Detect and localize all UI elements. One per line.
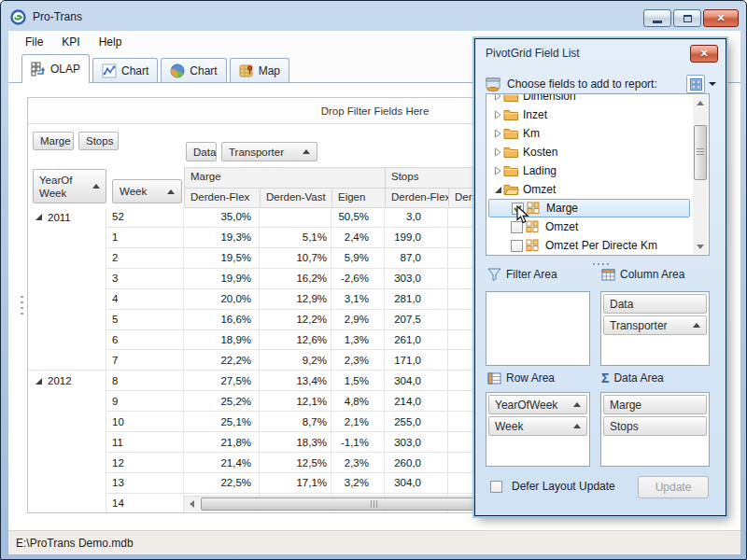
year-group-cell[interactable]: [28, 330, 106, 351]
year-group-cell[interactable]: [28, 453, 106, 473]
row-field-week[interactable]: Week: [112, 179, 182, 203]
value-cell[interactable]: 10,7%: [260, 248, 331, 269]
value-cell[interactable]: 5,1%: [260, 228, 331, 248]
value-cell[interactable]: 2,3%: [331, 453, 385, 473]
scrollbar-thumb[interactable]: [694, 125, 707, 180]
value-cell[interactable]: 3,2%: [331, 473, 385, 494]
value-cell[interactable]: 303,0: [385, 432, 448, 453]
week-cell[interactable]: 12: [106, 453, 184, 473]
value-cell[interactable]: 261,0: [385, 330, 448, 351]
value-cell[interactable]: 12,9%: [260, 289, 331, 310]
tab-chart-pie[interactable]: Chart: [161, 58, 226, 82]
col-header[interactable]: Eigen: [332, 189, 386, 208]
value-cell[interactable]: 2,1%: [331, 412, 385, 432]
value-cell[interactable]: 27,5%: [184, 371, 260, 391]
value-cell[interactable]: -2,6%: [331, 269, 385, 289]
value-cell[interactable]: 21,8%: [184, 432, 260, 453]
value-cell[interactable]: 214,0: [385, 391, 448, 412]
value-cell[interactable]: 18,9%: [184, 330, 260, 351]
value-cell[interactable]: 207,5: [385, 310, 448, 330]
value-cell[interactable]: 2,3%: [331, 350, 385, 371]
layout-selector-button[interactable]: [686, 75, 705, 93]
menu-kpi[interactable]: KPI: [52, 33, 89, 51]
field-checkbox[interactable]: [511, 240, 523, 252]
value-cell[interactable]: -1,1%: [331, 432, 385, 453]
week-cell[interactable]: 52: [106, 207, 184, 228]
tab-map[interactable]: Map: [230, 58, 289, 82]
value-cell[interactable]: 2,9%: [331, 310, 385, 330]
year-group-cell[interactable]: [28, 289, 106, 310]
column-field-transporter[interactable]: Transporter: [221, 142, 317, 161]
tab-chart-line[interactable]: Chart: [92, 58, 158, 82]
year-group-cell[interactable]: [28, 494, 106, 513]
tab-olap[interactable]: OLAP: [21, 54, 90, 83]
week-cell[interactable]: 3: [106, 269, 184, 289]
expand-arrow-icon[interactable]: [492, 166, 503, 175]
expand-arrow-icon[interactable]: [492, 93, 503, 101]
tree-item-km[interactable]: Km: [488, 124, 692, 143]
value-cell[interactable]: 199,0: [385, 228, 448, 248]
value-cell[interactable]: 13,4%: [260, 371, 331, 391]
value-cell[interactable]: 1,5%: [331, 371, 385, 391]
data-field-marge[interactable]: Marge: [33, 132, 74, 150]
value-cell[interactable]: 3,1%: [331, 289, 385, 310]
value-cell[interactable]: 16,2%: [260, 269, 331, 289]
close-button[interactable]: ✕: [703, 9, 739, 27]
year-group-cell[interactable]: 2012: [28, 371, 106, 391]
collapse-arrow-icon[interactable]: [492, 187, 503, 193]
value-cell[interactable]: 19,9%: [184, 269, 260, 289]
defer-layout-checkbox[interactable]: [490, 481, 502, 493]
area-field-week[interactable]: Week: [488, 416, 587, 436]
year-group-cell[interactable]: 2011: [28, 207, 106, 228]
year-group-cell[interactable]: [28, 228, 106, 248]
minimize-button[interactable]: [643, 9, 671, 27]
value-cell[interactable]: 20,0%: [184, 289, 260, 310]
field-list-titlebar[interactable]: PivotGrid Field List: [475, 39, 726, 67]
row-field-yearofweek[interactable]: YearOfWeek: [33, 169, 106, 203]
value-cell[interactable]: 304,0: [385, 473, 448, 494]
week-cell[interactable]: 13: [106, 473, 184, 494]
dropdown-caret-icon[interactable]: [709, 82, 716, 86]
value-cell[interactable]: 19,5%: [184, 248, 260, 269]
value-cell[interactable]: 4,8%: [331, 391, 385, 412]
scroll-up-button[interactable]: [693, 95, 708, 110]
expand-arrow-icon[interactable]: [492, 129, 503, 138]
value-cell[interactable]: 22,5%: [184, 473, 260, 494]
value-cell[interactable]: 21,4%: [184, 453, 260, 473]
year-group-cell[interactable]: [28, 391, 106, 412]
week-cell[interactable]: 7: [106, 350, 184, 371]
area-field-transporter[interactable]: Transporter: [603, 315, 707, 335]
value-cell[interactable]: 255,0: [385, 412, 448, 432]
value-cell[interactable]: 2,4%: [331, 228, 385, 248]
update-button[interactable]: Update: [638, 476, 709, 498]
year-group-cell[interactable]: [28, 412, 106, 432]
value-cell[interactable]: 25,1%: [184, 412, 260, 432]
expand-arrow-icon[interactable]: [492, 110, 503, 119]
value-cell[interactable]: 12,6%: [260, 330, 331, 351]
value-cell[interactable]: 1,3%: [331, 330, 385, 351]
week-cell[interactable]: 5: [106, 310, 184, 330]
value-cell[interactable]: 35,0%: [184, 207, 260, 228]
value-cell[interactable]: 19,3%: [184, 228, 260, 248]
area-field-yearofweek[interactable]: YearOfWeek: [488, 395, 587, 414]
value-cell[interactable]: 304,0: [385, 371, 448, 391]
year-group-cell[interactable]: [28, 432, 106, 453]
tree-item-omzet-per-directe-km[interactable]: Omzet Per Directe Km: [488, 236, 692, 255]
data-field-stops[interactable]: Stops: [78, 132, 119, 150]
value-cell[interactable]: 12,1%: [260, 391, 331, 412]
tree-item-lading[interactable]: Lading: [488, 161, 692, 180]
area-field-marge[interactable]: Marge: [603, 395, 707, 414]
filter-area-box[interactable]: [486, 291, 590, 366]
expanded-group-icon[interactable]: [35, 214, 42, 220]
col-header[interactable]: Derden-Flex: [386, 189, 449, 208]
value-cell[interactable]: 12,5%: [260, 453, 331, 473]
week-cell[interactable]: 4: [106, 289, 184, 310]
week-cell[interactable]: 11: [106, 432, 184, 453]
title-bar[interactable]: Pro-Trans ✕: [3, 3, 746, 31]
value-cell[interactable]: 87,0: [385, 248, 448, 269]
scroll-left-button[interactable]: [184, 497, 200, 511]
area-field-stops[interactable]: Stops: [603, 416, 707, 436]
col-header[interactable]: Derden-Flex: [185, 189, 261, 208]
value-cell[interactable]: 8,7%: [260, 412, 331, 432]
area-field-data[interactable]: Data: [603, 294, 707, 314]
